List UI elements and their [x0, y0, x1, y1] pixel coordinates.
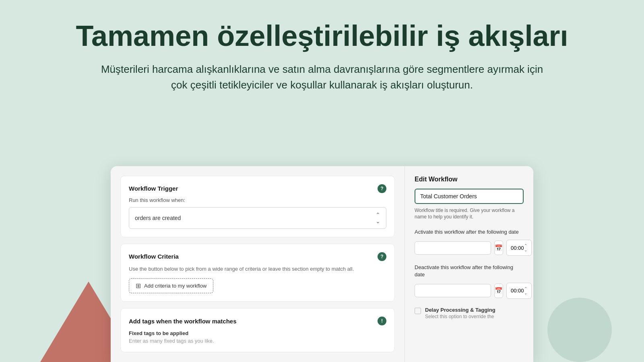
activate-date-input[interactable]: [415, 241, 491, 255]
trigger-select-value: orders are created: [135, 215, 181, 221]
hero-subtitle: Müşterileri harcama alışkanlıklarına ve …: [101, 62, 543, 93]
workflow-trigger-card: Workflow Trigger ? Run this workflow whe…: [120, 176, 395, 237]
ui-mockup: Workflow Trigger ? Run this workflow whe…: [111, 166, 533, 362]
add-criteria-label: Add criteria to my workflow: [144, 283, 206, 289]
activate-date-label: Activate this workflow after the followi…: [415, 228, 524, 236]
deactivate-time-value: 00:00: [511, 288, 524, 294]
delay-row: Delay Processing & Tagging Select this o…: [415, 307, 524, 319]
right-panel: Edit Workflow Workflow title is required…: [405, 166, 533, 362]
criteria-card-title: Workflow Criteria: [129, 253, 179, 260]
criteria-help-badge[interactable]: ?: [378, 252, 386, 261]
left-panel: Workflow Trigger ? Run this workflow whe…: [111, 166, 405, 362]
workflow-name-input[interactable]: [415, 189, 524, 204]
deactivate-date-row: 📅 00:00 ⌃⌄: [415, 283, 524, 299]
deactivate-time-input[interactable]: 00:00 ⌃⌄: [506, 283, 532, 299]
trigger-card-header: Workflow Trigger ?: [129, 184, 386, 193]
activate-date-row: 📅 00:00 ⌃⌄: [415, 240, 524, 256]
delay-label: Delay Processing & Tagging: [425, 307, 495, 313]
trigger-select[interactable]: orders are created ⌃⌄: [129, 207, 386, 229]
delay-checkbox[interactable]: [415, 308, 421, 314]
add-criteria-button[interactable]: ⊞ Add criteria to my workflow: [129, 278, 213, 293]
activate-time-arrows: ⌃⌄: [524, 243, 527, 252]
trigger-run-label: Run this workflow when:: [129, 197, 386, 203]
add-criteria-icon: ⊞: [136, 282, 141, 290]
activate-time-input[interactable]: 00:00 ⌃⌄: [506, 240, 532, 256]
tags-card: Add tags when the workflow matches ! Fix…: [120, 308, 395, 352]
activate-calendar-button[interactable]: 📅: [494, 241, 503, 255]
decorative-circle: [547, 298, 612, 362]
workflow-criteria-card: Workflow Criteria ? Use the button below…: [120, 244, 395, 302]
delay-text: Delay Processing & Tagging Select this o…: [425, 307, 495, 319]
fixed-tags-label: Fixed tags to be applied: [129, 330, 386, 336]
deactivate-date-input[interactable]: [415, 284, 491, 297]
trigger-help-badge[interactable]: ?: [378, 184, 386, 193]
deactivate-date-label: Deactivate this workflow after the follo…: [415, 264, 524, 278]
deactivate-calendar-button[interactable]: 📅: [494, 284, 503, 298]
tags-card-header: Add tags when the workflow matches !: [129, 317, 386, 325]
workflow-name-hint: Workflow title is required. Give your wo…: [415, 207, 524, 221]
deactivate-time-arrows: ⌃⌄: [524, 286, 527, 295]
fixed-tags-placeholder: Enter as many fixed tags as you like.: [129, 338, 386, 344]
criteria-card-header: Workflow Criteria ?: [129, 252, 386, 261]
tags-card-title: Add tags when the workflow matches: [129, 318, 237, 325]
activate-time-value: 00:00: [511, 245, 524, 251]
criteria-description: Use the button below to pick from a wide…: [129, 265, 386, 273]
trigger-card-title: Workflow Trigger: [129, 185, 178, 192]
delay-desc: Select this option to override the: [425, 314, 495, 319]
tags-alert-badge[interactable]: !: [378, 317, 386, 325]
hero-title: Tamamen özelleştirilebilir iş akışları: [48, 20, 596, 52]
select-arrows-icon: ⌃⌄: [376, 212, 380, 224]
edit-workflow-title: Edit Workflow: [415, 176, 524, 183]
hero-section: Tamamen özelleştirilebilir iş akışları M…: [0, 0, 644, 105]
